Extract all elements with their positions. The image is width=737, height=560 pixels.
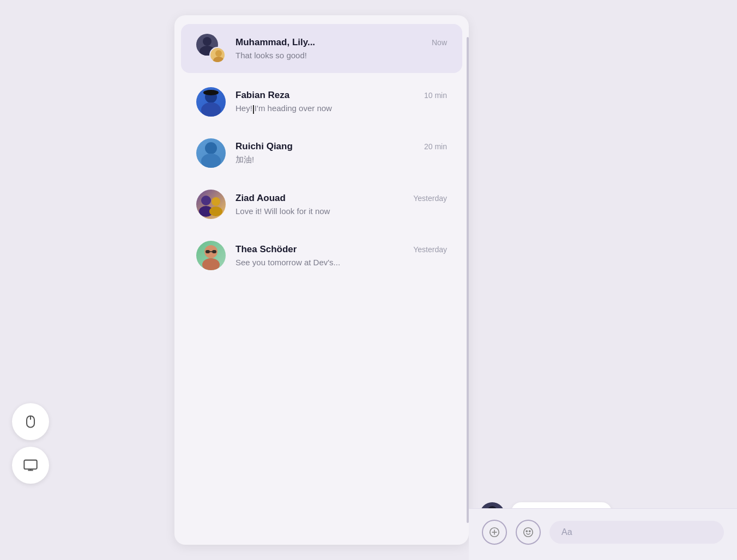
mouse-icon <box>23 414 38 429</box>
convo-content-ruichi-qiang: Ruichi Qiang 20 min 加油! <box>235 141 447 165</box>
convo-content-fabian-reza: Fabian Reza 10 min Hey!I'm heading over … <box>235 90 447 113</box>
convo-content-muhammad-lily: Muhammad, Lily... Now That looks so good… <box>235 37 447 60</box>
svg-point-29 <box>524 528 533 537</box>
svg-point-7 <box>215 50 222 57</box>
svg-point-17 <box>212 197 220 206</box>
message-input[interactable]: Aa <box>549 521 724 544</box>
convo-preview-fabian-reza: Hey!I'm heading over now <box>235 104 447 113</box>
smiley-icon <box>522 526 534 538</box>
conversation-list: Muhammad, Lily... Now That looks so good… <box>174 15 469 287</box>
convo-preview-ziad-aouad: Love it! Will look for it now <box>235 206 447 216</box>
avatar-fabian-reza <box>196 87 226 117</box>
conversation-item-ruichi-qiang[interactable]: Ruichi Qiang 20 min 加油! <box>181 129 462 178</box>
avatar-ruichi-qiang <box>196 138 226 168</box>
conversation-item-ziad-aouad[interactable]: Ziad Aouad Yesterday Love it! Will look … <box>181 180 462 229</box>
convo-content-ziad-aouad: Ziad Aouad Yesterday Love it! Will look … <box>235 193 447 216</box>
mouse-icon-button[interactable] <box>12 403 49 440</box>
svg-rect-22 <box>212 250 216 253</box>
convo-name-ziad-aouad: Ziad Aouad <box>235 193 286 204</box>
chat-messages: That looks so good! 😊 <box>469 0 737 560</box>
text-cursor <box>253 105 254 114</box>
svg-rect-2 <box>24 460 37 469</box>
add-icon <box>488 526 500 538</box>
add-attachment-button[interactable] <box>482 520 507 545</box>
convo-name-muhammad-lily: Muhammad, Lily... <box>235 37 315 48</box>
svg-point-10 <box>201 102 221 117</box>
svg-point-18 <box>209 206 222 216</box>
convo-name-ruichi-qiang: Ruichi Qiang <box>235 141 293 152</box>
svg-point-15 <box>201 196 211 205</box>
svg-rect-12 <box>204 91 218 94</box>
convo-name-fabian-reza: Fabian Reza <box>235 90 289 101</box>
svg-point-13 <box>205 142 217 154</box>
convo-preview-muhammad-lily: That looks so good! <box>235 51 447 60</box>
convo-content-thea-schoder: Thea Schöder Yesterday See you tomorrow … <box>235 244 447 267</box>
convo-header-fabian-reza: Fabian Reza 10 min <box>235 90 447 101</box>
convo-header-muhammad-lily: Muhammad, Lily... Now <box>235 37 447 48</box>
svg-point-20 <box>202 258 220 270</box>
convo-time-ruichi-qiang: 20 min <box>424 142 447 151</box>
convo-header-ziad-aouad: Ziad Aouad Yesterday <box>235 193 447 204</box>
convo-preview-ruichi-qiang: 加油! <box>235 155 447 165</box>
convo-time-ziad-aouad: Yesterday <box>413 194 447 203</box>
screen-icon-button[interactable] <box>12 447 49 484</box>
screen-icon <box>23 458 38 473</box>
avatar-group-muhammad-lily <box>196 34 226 63</box>
chat-panel: That looks so good! 😊 <box>469 0 737 560</box>
convo-preview-thea-schoder: See you tomorrow at Dev's... <box>235 258 447 267</box>
conversation-item-thea-schoder[interactable]: Thea Schöder Yesterday See you tomorrow … <box>181 231 462 280</box>
sidebar-icons <box>12 403 49 484</box>
svg-point-8 <box>213 57 224 63</box>
convo-header-thea-schoder: Thea Schöder Yesterday <box>235 244 447 255</box>
convo-header-ruichi-qiang: Ruichi Qiang 20 min <box>235 141 447 152</box>
avatar-ziad-aouad <box>196 190 226 219</box>
emoji-picker-button[interactable] <box>516 520 541 545</box>
main-container: Muhammad, Lily... Now That looks so good… <box>174 0 737 560</box>
svg-point-5 <box>203 37 212 46</box>
conversation-item-muhammad-lily[interactable]: Muhammad, Lily... Now That looks so good… <box>181 24 462 73</box>
svg-point-30 <box>526 531 527 532</box>
svg-point-14 <box>201 154 221 168</box>
convo-time-fabian-reza: 10 min <box>424 91 447 100</box>
input-placeholder: Aa <box>561 527 572 537</box>
convo-name-thea-schoder: Thea Schöder <box>235 244 297 255</box>
conversation-item-fabian-reza[interactable]: Fabian Reza 10 min Hey!I'm heading over … <box>181 77 462 126</box>
convo-time-muhammad-lily: Now <box>432 38 447 47</box>
chat-input-area: Aa <box>469 508 737 560</box>
avatar-thea-schoder <box>196 241 226 270</box>
convo-time-thea-schoder: Yesterday <box>413 245 447 254</box>
svg-rect-21 <box>206 250 210 253</box>
conversation-panel: Muhammad, Lily... Now That looks so good… <box>174 15 469 545</box>
svg-point-31 <box>529 531 530 532</box>
